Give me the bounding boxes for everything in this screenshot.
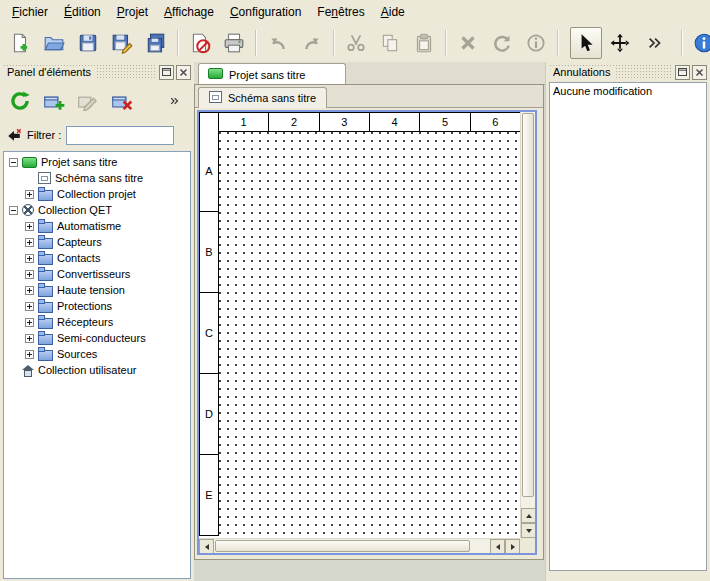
rotate-button[interactable] — [486, 27, 518, 59]
menu-item[interactable]: Édition — [56, 0, 109, 23]
horizontal-scrollbar-thumb[interactable] — [215, 540, 470, 552]
new-element-button[interactable] — [40, 87, 68, 115]
print-icon — [223, 32, 245, 54]
tree-expander-icon[interactable] — [25, 318, 34, 327]
schema-tab[interactable]: Schéma sans titre — [198, 87, 327, 108]
cut-button[interactable] — [340, 27, 372, 59]
print-button[interactable] — [218, 27, 250, 59]
ruler-row-cell: E — [199, 454, 219, 536]
undo-history-item[interactable]: Aucune modification — [550, 83, 706, 99]
filter-row: Filtrer : — [0, 121, 194, 151]
ruler-column-cell: 2 — [268, 112, 319, 132]
menu-item[interactable]: Fenêtres — [309, 0, 372, 23]
tree-expander-icon[interactable] — [25, 190, 34, 199]
panel-overflow-button[interactable] — [160, 87, 188, 115]
tree-item[interactable]: Protections — [4, 298, 190, 314]
new-element-icon — [42, 89, 66, 113]
redo-button[interactable] — [296, 27, 328, 59]
close-panel-button[interactable] — [176, 65, 191, 80]
tree-item[interactable]: Semi-conducteurs — [4, 330, 190, 346]
undo-button[interactable] — [262, 27, 294, 59]
scroll-up-button[interactable] — [521, 508, 536, 523]
menu-item[interactable]: Affichage — [156, 0, 222, 23]
toolbar-separator — [255, 30, 257, 56]
vertical-scrollbar[interactable] — [520, 112, 535, 538]
about-qet-button[interactable] — [688, 27, 710, 59]
save-all-button[interactable] — [140, 27, 172, 59]
horizontal-scrollbar[interactable] — [199, 538, 520, 553]
tree-expander-icon[interactable] — [9, 206, 18, 215]
delete-button[interactable] — [452, 27, 484, 59]
save-button[interactable] — [72, 27, 104, 59]
tree-item[interactable]: Capteurs — [4, 234, 190, 250]
pan-tool-button[interactable] — [604, 27, 636, 59]
tree-item[interactable]: Convertisseurs — [4, 266, 190, 282]
tree-item[interactable]: Récepteurs — [4, 314, 190, 330]
tree-expander-icon[interactable] — [25, 334, 34, 343]
close-panel-button[interactable] — [692, 65, 707, 80]
tree-expander-icon[interactable] — [25, 350, 34, 359]
filter-input[interactable] — [66, 126, 174, 145]
tree-item[interactable]: Projet sans titre — [4, 154, 190, 170]
tree-item-label: Collection QET — [38, 204, 112, 216]
undo-history-list[interactable]: Aucune modification — [549, 82, 707, 571]
menu-item[interactable]: Projet — [109, 0, 156, 23]
scroll-right-button[interactable] — [505, 539, 520, 554]
open-file-button[interactable] — [38, 27, 70, 59]
scroll-down-button[interactable] — [521, 523, 536, 538]
tree-expander-icon[interactable] — [25, 254, 34, 263]
paste-button[interactable] — [408, 27, 440, 59]
reload-collections-button[interactable] — [6, 87, 34, 115]
tree-item-icon — [38, 238, 53, 249]
tree-item-label: Semi-conducteurs — [57, 332, 146, 344]
elements-tree[interactable]: Projet sans titre Schéma sans titre Coll… — [3, 151, 191, 579]
info-circle-icon — [693, 32, 710, 54]
tree-expander-icon[interactable] — [25, 270, 34, 279]
menu-item[interactable]: Fichier — [4, 0, 56, 23]
tree-item[interactable]: Haute tension — [4, 282, 190, 298]
tree-item[interactable]: Schéma sans titre — [4, 170, 190, 186]
toolbar-overflow-button[interactable] — [638, 27, 670, 59]
delete-element-button[interactable] — [108, 87, 136, 115]
clear-filter-icon[interactable] — [6, 127, 22, 143]
menu-item[interactable]: Aide — [373, 0, 413, 23]
copy-button[interactable] — [374, 27, 406, 59]
float-panel-button[interactable] — [159, 65, 174, 80]
element-info-button[interactable] — [520, 27, 552, 59]
select-tool-button[interactable] — [570, 27, 602, 59]
tree-expander-icon[interactable] — [9, 158, 18, 167]
tree-item[interactable]: Collection QET — [4, 202, 190, 218]
tree-item[interactable]: Sources — [4, 346, 190, 362]
float-panel-button[interactable] — [675, 65, 690, 80]
menu-item[interactable]: Configuration — [222, 0, 309, 23]
delete-icon — [457, 32, 479, 54]
tree-item[interactable]: Contacts — [4, 250, 190, 266]
tree-item[interactable]: Automatisme — [4, 218, 190, 234]
tree-expander-icon[interactable] — [25, 238, 34, 247]
undo-panel-header[interactable]: Annulations — [549, 64, 707, 80]
new-file-button[interactable] — [4, 27, 36, 59]
tree-item-icon — [38, 222, 53, 233]
tree-item-label: Projet sans titre — [41, 156, 117, 168]
tree-item-icon — [38, 350, 53, 361]
project-window-tab[interactable]: Projet sans titre — [198, 63, 346, 85]
scroll-left-button[interactable] — [199, 539, 214, 554]
save-as-button[interactable] — [106, 27, 138, 59]
elements-panel-header[interactable]: Panel d'éléments — [3, 64, 191, 80]
tree-item[interactable]: Collection projet — [4, 186, 190, 202]
qet-main-window: FichierÉditionProjetAffichageConfigurati… — [0, 0, 710, 581]
vertical-scrollbar-thumb[interactable] — [522, 113, 534, 497]
diagram-canvas[interactable] — [219, 132, 520, 538]
tree-item-icon — [22, 365, 34, 376]
menu-item-mnemonic: C — [230, 5, 239, 19]
close-file-button[interactable] — [184, 27, 216, 59]
float-window-icon — [677, 67, 688, 78]
edit-element-button[interactable] — [74, 87, 102, 115]
toolbar-separator — [557, 30, 559, 56]
scroll-left-button-2[interactable] — [490, 539, 505, 554]
tree-expander-icon[interactable] — [25, 302, 34, 311]
tree-expander-icon[interactable] — [25, 222, 34, 231]
tree-item[interactable]: Collection utilisateur — [4, 362, 190, 378]
undo-panel-title: Annulations — [549, 66, 615, 78]
tree-expander-icon[interactable] — [25, 286, 34, 295]
